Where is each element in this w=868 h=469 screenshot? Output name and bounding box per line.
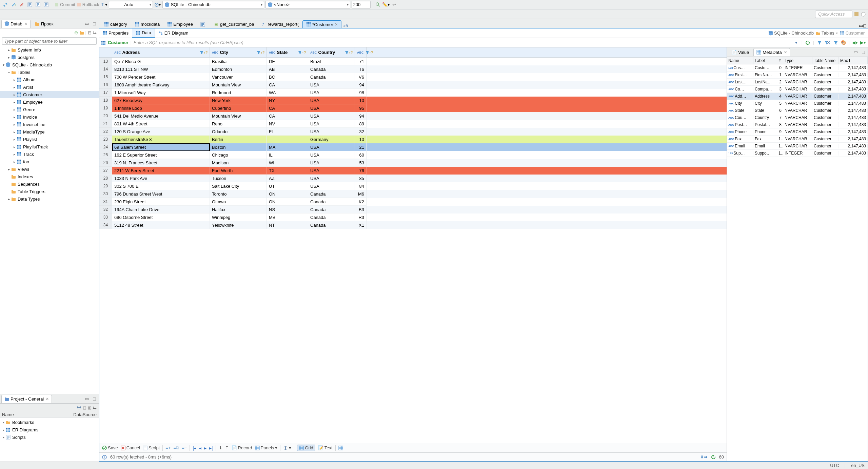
new-folder-icon[interactable] xyxy=(79,30,84,35)
project-tree[interactable]: ▸Bookmarks▸ER Diagrams▸Scripts xyxy=(0,418,99,462)
table-row[interactable]: 281033 N Park AveTucsonAZUSA85 xyxy=(99,175,727,182)
project-item[interactable]: ▸ER Diagrams xyxy=(0,426,99,433)
nav-tree[interactable]: ▸System Info▸postgres▾SQLite - Chinook.d… xyxy=(0,45,99,394)
tree-item[interactable]: ▸Album xyxy=(0,76,99,83)
colors-icon[interactable]: 🎨 xyxy=(841,40,847,46)
tree-item[interactable]: ▸foo xyxy=(0,158,99,165)
meta-row[interactable]: ABCFirst…FirstNa…1NVARCHARCustomer2,147,… xyxy=(727,72,868,79)
meta-row[interactable]: ABCCo…Compa…3NVARCHARCustomer2,147,483 xyxy=(727,86,868,93)
meta-row[interactable]: ABCCou…Country7NVARCHARCustomer2,147,483 xyxy=(727,114,868,121)
meta-row[interactable]: ABCLast…LastNa…2NVARCHARCustomer2,147,48… xyxy=(727,79,868,86)
close-icon[interactable]: ✕ xyxy=(784,50,787,55)
table-row[interactable]: 31230 Elgin StreetOttawaONCanadaK2 xyxy=(99,198,727,206)
tree-item[interactable]: ▸Genre xyxy=(0,106,99,113)
breadcrumb-table[interactable]: Customer xyxy=(840,30,865,36)
next-page-icon[interactable]: ▸ xyxy=(204,445,206,451)
minimize-icon[interactable]: ▭ xyxy=(84,21,90,27)
nav-tab-database[interactable]: Datab✕ xyxy=(1,20,31,28)
grid-mode-button[interactable]: Grid xyxy=(297,445,315,451)
close-icon[interactable]: ✕ xyxy=(46,397,49,401)
commit-button[interactable]: Commit xyxy=(54,1,75,8)
connect-add-icon[interactable]: + xyxy=(10,1,17,8)
record-button[interactable]: 📄Record xyxy=(232,445,252,450)
table-row[interactable]: 21801 W 4th StreetRenoNVUSA89 xyxy=(99,120,727,128)
filter-input[interactable]: Enter a SQL expression to filter results… xyxy=(134,40,791,45)
project-item[interactable]: ▸Bookmarks xyxy=(0,419,99,426)
column-header[interactable]: ABCAddress↑? xyxy=(112,47,210,57)
perspective-other-icon[interactable] xyxy=(861,12,866,17)
filter-save-icon[interactable] xyxy=(832,40,839,46)
meta-row[interactable]: ABCCityCity5NVARCHARCustomer2,147,483 xyxy=(727,100,868,107)
breadcrumb-db[interactable]: SQLite - Chinook.db xyxy=(768,30,814,36)
nav-fwd-icon[interactable]: ▶▾ xyxy=(860,40,866,46)
column-header[interactable]: ABCCity↑? xyxy=(210,47,267,57)
tree-item[interactable]: ▸InvoiceLine xyxy=(0,121,99,128)
subtab-er[interactable]: ER Diagram xyxy=(155,28,192,38)
column-header[interactable]: ABC↑? xyxy=(355,47,367,57)
table-row[interactable]: 33696 Osborne StreetWinnipegMBCanadaR3 xyxy=(99,213,727,221)
new-conn-icon[interactable]: ⊕ xyxy=(74,30,78,35)
dup-row-icon[interactable]: ≡⧉ xyxy=(174,445,179,451)
subtab-properties[interactable]: Properties xyxy=(99,28,132,38)
del-row-icon[interactable]: ≡− xyxy=(182,445,187,450)
add-row-icon[interactable]: ≡+ xyxy=(165,445,171,450)
nav-filter-input[interactable] xyxy=(2,37,97,45)
tree-item[interactable]: ▸postgres xyxy=(0,54,99,61)
minimize-icon[interactable]: ▭ xyxy=(84,396,90,402)
tree-item[interactable]: ▸Artist xyxy=(0,83,99,91)
breadcrumb-tables[interactable]: Tables▾ xyxy=(816,30,838,36)
table-row[interactable]: 2469 Salem StreetBostonMAUSA21 xyxy=(99,143,727,151)
meta-row[interactable]: ABCAdd…Address4NVARCHARCustomer2,147,483 xyxy=(727,93,868,100)
meta-row[interactable]: ABCPost…Postal…8NVARCHARCustomer2,147,48… xyxy=(727,121,868,128)
perspective-dbeaver-icon[interactable] xyxy=(854,12,859,17)
filter-dropdown-icon[interactable]: ▾ xyxy=(793,40,800,46)
tree-item[interactable]: ▾Tables xyxy=(0,68,99,76)
tree-item[interactable]: ▾SQLite - Chinook.db xyxy=(0,61,99,68)
table-row[interactable]: 23Tauentzienstraße 8BerlinGermany10 xyxy=(99,136,727,143)
meta-row[interactable]: ABCFaxFax10NVARCHARCustomer2,147,483 xyxy=(727,136,868,143)
maximize-icon[interactable]: ◻ xyxy=(863,23,867,28)
editor-tab[interactable]: *Customer✕ xyxy=(302,20,341,28)
refresh-icon[interactable] xyxy=(805,40,811,46)
more-tabs[interactable]: »5 xyxy=(343,23,348,28)
meta-tab-metadata[interactable]: MetaData✕ xyxy=(753,48,790,56)
meta-table[interactable]: Name Label # Type Table Name Max L 123Cu… xyxy=(727,57,868,461)
table-row[interactable]: 25162 E Superior StreetChicagoILUSA60 xyxy=(99,151,727,159)
disconnect-icon[interactable] xyxy=(18,1,25,8)
settings-button[interactable]: ▾ xyxy=(283,445,291,450)
tree-item[interactable]: ▸Track xyxy=(0,150,99,158)
first-page-icon[interactable]: |◂ xyxy=(193,445,196,451)
table-row[interactable]: 13Qe 7 Bloco GBrasíliaDFBrazil71 xyxy=(99,58,727,65)
minimize-icon[interactable]: ▭ xyxy=(853,49,859,55)
tree-item[interactable]: ▸Customer xyxy=(0,91,99,98)
nav-tab-projects[interactable]: Проек xyxy=(32,20,57,28)
editor-tab[interactable]: get_customer_ba xyxy=(210,20,258,28)
tree-item[interactable]: ▸Invoice xyxy=(0,113,99,121)
table-row[interactable]: 29302 S 700 ESalt Lake CityUTUSA84 xyxy=(99,182,727,190)
tree-item[interactable]: ▸MediaType xyxy=(0,128,99,136)
tree-item[interactable]: ▸Views xyxy=(0,165,99,173)
table-row[interactable]: 272211 W Berry StreetFort WorthTXUSA76 xyxy=(99,167,727,175)
row-count-icon[interactable]: ⬍⬌ xyxy=(700,454,708,460)
collapse-icon[interactable]: ⊟ xyxy=(88,30,92,35)
tree-item[interactable]: ▸PlaylistTrack xyxy=(0,143,99,150)
table-row[interactable]: 191 Infinite LoopCupertinoCAUSA95 xyxy=(99,104,727,112)
table-row[interactable]: 32194A Chain Lake DriveHalifaxNSCanadaB3 xyxy=(99,206,727,213)
meta-row[interactable]: 123Sup…Suppo…12INTEGERCustomer2,147,483 xyxy=(727,150,868,157)
link-icon[interactable]: ⇆ xyxy=(93,405,97,410)
table-row[interactable]: 15700 W Pender StreetVancouverBCCanadaV6 xyxy=(99,73,727,81)
project-item[interactable]: ▸Scripts xyxy=(0,433,99,441)
nav-back-icon[interactable]: ◀▾ xyxy=(852,40,858,46)
project-tab[interactable]: Project - General✕ xyxy=(1,395,52,403)
data-grid[interactable]: ABCAddress↑?ABCCity↑?ABCState↑?ABCCountr… xyxy=(99,47,727,461)
rollback-button[interactable]: Rollback xyxy=(77,1,99,8)
table-row[interactable]: 22120 S Orange AveOrlandoFLUSA32 xyxy=(99,128,727,136)
meta-row[interactable]: 123Cus…Custo…0INTEGERCustomer2,147,483 xyxy=(727,64,868,72)
minimize-icon[interactable]: ▭ xyxy=(859,23,863,28)
table-row[interactable]: 18627 BroadwayNew YorkNYUSA10 xyxy=(99,97,727,104)
tree-item[interactable]: ▸System Info xyxy=(0,46,99,54)
tree-item[interactable]: ▸Playlist xyxy=(0,136,99,143)
quick-access[interactable]: Quick Access xyxy=(815,11,852,18)
sql-new-icon[interactable] xyxy=(35,1,41,8)
maximize-icon[interactable]: ◻ xyxy=(91,21,97,27)
